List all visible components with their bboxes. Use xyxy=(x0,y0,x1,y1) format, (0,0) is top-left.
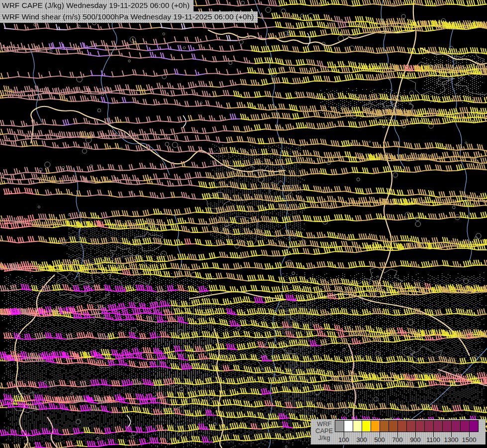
weather-map-canvas xyxy=(0,0,487,448)
legend-swatch xyxy=(389,421,398,432)
legend-swatch xyxy=(353,421,362,432)
title-line-shear: WRF Wind shear (m/s) 500/1000hPa Wednesd… xyxy=(0,11,258,23)
legend-swatch xyxy=(452,421,461,432)
legend-label-line: CAPE xyxy=(315,428,333,435)
legend-tick-label: 1100 xyxy=(423,436,443,444)
legend-tick-label: 900 xyxy=(405,436,425,444)
legend-swatch xyxy=(335,421,344,432)
legend-swatch xyxy=(443,421,452,432)
legend-swatch xyxy=(470,421,478,432)
legend-swatch xyxy=(380,421,389,432)
legend-swatch xyxy=(425,421,434,432)
legend-swatch xyxy=(371,421,380,432)
legend-tick-label: 100 xyxy=(334,436,354,444)
legend-colorbar xyxy=(335,420,479,432)
legend-swatch xyxy=(461,421,470,432)
legend-swatch xyxy=(344,421,353,432)
legend-tick-label: 300 xyxy=(352,436,372,444)
legend-swatch xyxy=(398,421,407,432)
legend-tick-label: 500 xyxy=(370,436,390,444)
legend-label-line: J/kg xyxy=(315,435,333,442)
legend-label: WRF CAPE J/kg xyxy=(315,421,333,442)
legend-swatch xyxy=(416,421,425,432)
legend-swatch xyxy=(407,421,416,432)
legend-tick-label: 1300 xyxy=(441,436,461,444)
cape-legend: WRF CAPE J/kg 10030050070090011001300150… xyxy=(311,419,486,445)
weather-map-stage: WRF CAPE (J/kg) Wednesday 19-11-2025 06:… xyxy=(0,0,487,448)
title-line-cape: WRF CAPE (J/kg) Wednesday 19-11-2025 06:… xyxy=(0,0,194,11)
map-title: WRF CAPE (J/kg) Wednesday 19-11-2025 06:… xyxy=(0,0,258,23)
legend-tick-label: 1500 xyxy=(459,436,479,444)
legend-tick-label: 700 xyxy=(388,436,407,444)
legend-label-line: WRF xyxy=(315,421,333,428)
legend-swatch xyxy=(362,421,371,432)
legend-swatch xyxy=(434,421,443,432)
